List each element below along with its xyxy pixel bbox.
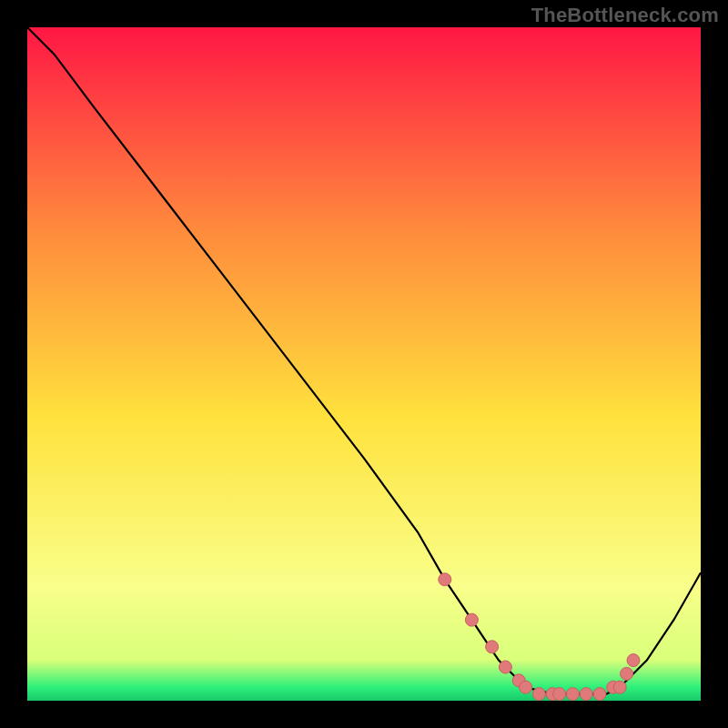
plot-area xyxy=(27,27,701,701)
data-point xyxy=(520,681,532,693)
data-point xyxy=(580,688,592,701)
data-point xyxy=(465,613,478,626)
data-point xyxy=(439,573,451,586)
watermark-text: TheBottleneck.com xyxy=(531,4,719,27)
data-point xyxy=(627,654,640,667)
data-point xyxy=(613,681,626,693)
bottleneck-chart xyxy=(27,27,701,701)
gradient-background xyxy=(27,27,701,701)
data-point xyxy=(566,688,579,701)
data-point xyxy=(621,667,633,680)
data-point xyxy=(499,661,511,673)
data-point xyxy=(553,688,566,701)
chart-frame: TheBottleneck.com xyxy=(0,0,728,728)
data-point xyxy=(532,688,545,701)
data-point xyxy=(593,688,606,701)
data-point xyxy=(486,641,499,653)
